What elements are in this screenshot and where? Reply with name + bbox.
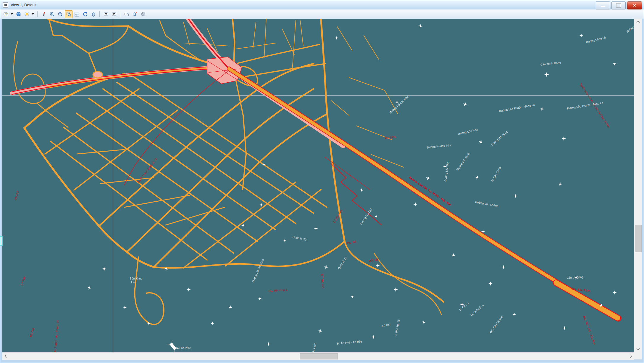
scrollbar-corner [634,352,642,359]
scroll-up-button[interactable] [634,19,642,25]
zoom-in-button[interactable] [48,10,56,18]
svg-text:Cầu: Cầu [131,281,136,284]
horizontal-scrollbar[interactable] [2,352,634,360]
view-previous-button[interactable] [102,10,110,18]
scroll-down-button[interactable] [634,346,642,352]
minimize-icon [601,6,605,7]
fit-view-button[interactable] [73,10,81,18]
window-controls: × [596,1,642,9]
minimize-button[interactable] [596,1,610,9]
update-view-button[interactable] [40,10,48,18]
brightness-button[interactable] [23,10,31,18]
view-previous-icon [103,12,109,17]
title-bar[interactable]: View 1, Default × [0,0,644,10]
left-border-marker [0,236,3,246]
view-next-button[interactable] [110,10,118,18]
view-attributes-icon [3,12,9,17]
close-icon: × [633,3,636,8]
view-attributes-dropdown[interactable] [11,13,13,15]
vertical-scroll-thumb[interactable] [635,225,642,252]
window-area-button[interactable] [65,10,72,18]
maximize-icon [616,4,621,7]
map-background [2,19,634,352]
close-button[interactable]: × [627,1,642,9]
clip-volume-icon [132,12,138,17]
copy-view-button[interactable] [123,10,130,18]
brightness-icon [24,12,30,17]
fit-view-icon [74,12,80,17]
toolbar-separator [120,11,121,17]
scroll-left-button[interactable] [2,353,9,360]
zoom-out-button[interactable] [57,10,64,18]
zoom-in-icon [49,12,55,17]
vertical-scrollbar[interactable] [634,19,642,352]
view-attributes-button[interactable] [2,10,10,18]
display-mode-icon [16,12,21,17]
zoom-out-icon [58,12,63,17]
clip-mask-icon [141,12,146,17]
horizontal-scroll-thumb[interactable] [300,353,338,359]
toolbar-separator [37,11,38,17]
map-canvas[interactable]: Đường Sông LôĐường Sông LôCầu Kênh ĐôngT… [2,19,634,352]
display-mode-button[interactable] [15,10,22,18]
copy-view-icon [124,12,129,17]
view-toolbar [0,9,644,19]
clip-volume-button[interactable] [131,10,139,18]
rotate-view-icon [83,12,88,17]
pan-view-icon [91,12,96,17]
scroll-right-button[interactable] [628,353,634,360]
svg-text:Bến Khựa: Bến Khựa [130,277,142,280]
window-area-icon [66,12,71,17]
clip-mask-button[interactable] [139,10,147,18]
window-title: View 1, Default [11,3,36,7]
view-next-icon [112,12,117,17]
brightness-dropdown[interactable] [32,13,34,15]
pan-view-button[interactable] [90,10,97,18]
update-view-icon [41,12,46,17]
toolbar-separator [99,11,100,17]
rotate-view-button[interactable] [81,10,89,18]
window-menu-icon[interactable] [3,2,8,8]
maximize-button[interactable] [611,1,626,9]
view-window: View 1, Default × [0,0,644,363]
